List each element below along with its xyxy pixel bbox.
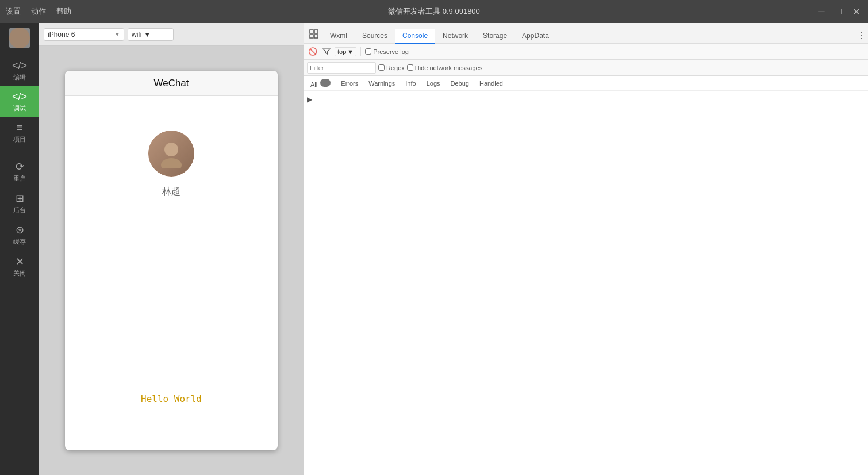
profile-avatar: [148, 131, 194, 177]
log-level-all[interactable]: All: [307, 78, 334, 89]
expand-arrow[interactable]: ▶: [307, 95, 312, 104]
main-container: </> 编辑 </> 调试 ≡ 项目 ⟳ 重启 ⊞ 后台 ⊛ 缓存 ✕ 关闭: [0, 23, 868, 475]
sidebar: </> 编辑 </> 调试 ≡ 项目 ⟳ 重启 ⊞ 后台 ⊛ 缓存 ✕ 关闭: [0, 23, 39, 475]
restart-icon: ⟳: [16, 160, 24, 173]
devtools-tabs: Wxml Sources Console Network Storage App…: [304, 23, 868, 44]
inspect-icon: [309, 29, 318, 39]
close-button[interactable]: ✕: [850, 5, 862, 18]
filter-input[interactable]: [307, 62, 376, 74]
devtools-toolbar: 🚫 top ▼ Preserve log: [304, 44, 868, 60]
log-level-warnings[interactable]: Warnings: [365, 79, 398, 88]
log-level-errors[interactable]: Errors: [337, 79, 362, 88]
edit-icon: </>: [12, 60, 27, 72]
preserve-log-checkbox[interactable]: [365, 48, 371, 55]
device-name: iPhone 6: [48, 30, 75, 39]
sidebar-item-label-debug: 调试: [13, 104, 26, 113]
window-controls: ─ □ ✕: [815, 5, 862, 18]
tab-appdata[interactable]: AppData: [515, 29, 556, 44]
maximize-button[interactable]: □: [832, 5, 845, 18]
device-selector[interactable]: iPhone 6 ▼: [44, 28, 124, 41]
clear-console-button[interactable]: 🚫: [307, 46, 318, 58]
device-panel: iPhone 6 ▼ wifi ▼ WeChat: [39, 23, 304, 475]
sidebar-item-close[interactable]: ✕ 关闭: [0, 251, 39, 282]
sidebar-item-project[interactable]: ≡ 项目: [0, 117, 39, 148]
profile-avatar-image: [148, 131, 194, 177]
svg-rect-2: [310, 30, 313, 33]
context-selector[interactable]: top ▼: [335, 47, 356, 56]
svg-point-1: [161, 158, 182, 168]
devtools-console-content: ▶: [304, 91, 868, 475]
preserve-log-checkbox-label[interactable]: Preserve log: [365, 48, 409, 55]
minimize-button[interactable]: ─: [815, 5, 828, 18]
avatar[interactable]: [9, 28, 30, 48]
svg-point-0: [164, 143, 178, 156]
device-toolbar: iPhone 6 ▼ wifi ▼: [39, 23, 304, 46]
sidebar-item-label-edit: 编辑: [13, 73, 26, 82]
sidebar-item-edit[interactable]: </> 编辑: [0, 55, 39, 86]
save-icon: ⊛: [16, 224, 24, 236]
close-icon: ✕: [16, 255, 24, 268]
log-level-debug[interactable]: Debug: [447, 79, 473, 88]
devtools-panel: Wxml Sources Console Network Storage App…: [304, 23, 868, 475]
sidebar-item-label-backend: 后台: [13, 206, 26, 214]
network-selector[interactable]: wifi ▼: [128, 28, 174, 41]
hide-network-label: Hide network messages: [415, 64, 482, 71]
device-screen-wrapper: WeChat 林超 Hello World: [39, 46, 304, 475]
sidebar-item-label-close: 关闭: [13, 269, 26, 278]
hide-network-checkbox[interactable]: [407, 64, 413, 71]
filter-icon: [321, 46, 332, 58]
device-screen: WeChat 林超 Hello World: [65, 71, 278, 450]
log-level-all-label: All: [310, 81, 317, 88]
device-screen-content: 林超 Hello World: [65, 96, 278, 450]
context-label: top: [337, 48, 346, 55]
hide-network-checkbox-label[interactable]: Hide network messages: [407, 64, 482, 71]
sidebar-item-debug[interactable]: </> 调试: [0, 86, 39, 117]
profile-name: 林超: [162, 186, 180, 198]
avatar-image: [9, 28, 30, 48]
svg-rect-3: [314, 30, 318, 33]
log-level-handled[interactable]: Handled: [476, 79, 506, 88]
tab-storage[interactable]: Storage: [476, 29, 514, 44]
regex-label: Regex: [386, 64, 405, 71]
svg-rect-5: [314, 35, 318, 38]
sidebar-item-label-save: 缓存: [13, 238, 26, 246]
svg-rect-4: [310, 35, 313, 38]
device-selector-arrow: ▼: [114, 31, 120, 37]
context-arrow: ▼: [347, 48, 354, 55]
funnel-icon: [322, 48, 331, 56]
debug-icon: </>: [12, 91, 27, 103]
menu-settings[interactable]: 设置: [6, 6, 21, 17]
sidebar-item-save[interactable]: ⊛ 缓存: [0, 219, 39, 251]
devtools-filter-toolbar: Regex Hide network messages: [304, 60, 868, 76]
tab-inspect-icon[interactable]: [306, 26, 322, 42]
tab-wxml[interactable]: Wxml: [323, 29, 354, 44]
sidebar-item-restart[interactable]: ⟳ 重启: [0, 156, 39, 187]
menu-help[interactable]: 帮助: [56, 6, 71, 17]
log-level-logs[interactable]: Logs: [423, 79, 444, 88]
network-name: wifi: [132, 30, 141, 39]
project-icon: ≡: [17, 122, 23, 134]
preserve-log-label: Preserve log: [373, 48, 409, 55]
toolbar-separator-1: [360, 47, 361, 56]
tab-sources[interactable]: Sources: [355, 29, 394, 44]
hello-world-text: Hello World: [141, 393, 202, 404]
log-level-all-badge: [320, 79, 331, 87]
log-level-info[interactable]: Info: [402, 79, 419, 88]
network-selector-arrow: ▼: [144, 30, 151, 39]
sidebar-item-label-project: 项目: [13, 135, 26, 144]
menu-action[interactable]: 动作: [31, 6, 46, 17]
tab-network[interactable]: Network: [436, 29, 475, 44]
sidebar-divider: [8, 152, 31, 152]
devtools-more-button[interactable]: ⋮: [857, 30, 866, 41]
sidebar-item-backend[interactable]: ⊞ 后台: [0, 187, 39, 219]
title-bar-menu: 设置 动作 帮助: [6, 6, 71, 17]
device-screen-header: WeChat: [65, 71, 278, 96]
regex-checkbox[interactable]: [378, 64, 385, 71]
backend-icon: ⊞: [16, 192, 24, 205]
app-title: 微信开发者工具 0.9.091800: [388, 6, 480, 17]
wechat-title: WeChat: [153, 78, 189, 89]
regex-checkbox-label[interactable]: Regex: [378, 64, 405, 71]
sidebar-item-label-restart: 重启: [13, 174, 26, 183]
log-level-row: All Errors Warnings Info Logs Debug Hand…: [304, 76, 868, 91]
tab-console[interactable]: Console: [395, 29, 435, 44]
